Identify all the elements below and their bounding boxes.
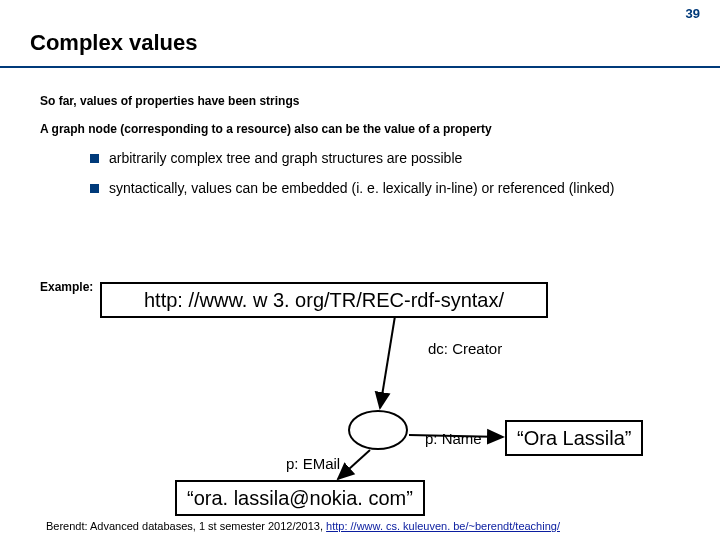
blank-node-ellipse [348,410,408,450]
email-literal-box: “ora. lassila@nokia. com” [175,480,425,516]
edge-label-creator: dc: Creator [428,340,502,357]
intro-line-1: So far, values of properties have been s… [40,94,299,108]
intro-line-2: A graph node (corresponding to a resourc… [40,122,492,136]
svg-line-2 [338,450,370,479]
footer-link[interactable]: http: //www. cs. kuleuven. be/~berendt/t… [326,520,560,532]
square-bullet-icon [90,184,99,193]
bullet-item: arbitrarily complex tree and graph struc… [90,150,690,166]
name-literal-box: “Ora Lassila” [505,420,643,456]
bullet-text: arbitrarily complex tree and graph struc… [109,150,462,166]
edge-label-email: p: EMail [286,455,340,472]
bullet-list: arbitrarily complex tree and graph struc… [90,150,690,210]
footer-text: Berendt: Advanced databases, 1 st semest… [46,520,326,532]
page-number: 39 [686,6,700,21]
slide-title: Complex values [30,30,198,56]
bullet-item: syntactically, values can be embedded (i… [90,180,690,196]
title-rule [0,66,720,68]
rdf-graph-diagram: http: //www. w 3. org/TR/REC-rdf-syntax/… [0,270,720,500]
resource-node-box: http: //www. w 3. org/TR/REC-rdf-syntax/ [100,282,548,318]
edge-label-name: p: Name [425,430,482,447]
square-bullet-icon [90,154,99,163]
svg-line-0 [380,316,395,408]
footer: Berendt: Advanced databases, 1 st semest… [46,520,560,532]
bullet-text: syntactically, values can be embedded (i… [109,180,615,196]
